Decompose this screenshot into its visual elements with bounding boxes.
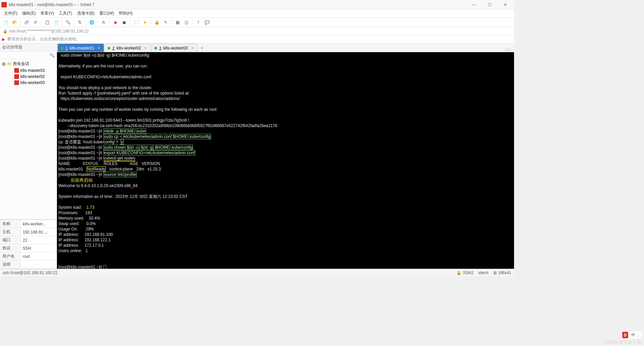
search-icon[interactable]: 🔍	[64, 19, 72, 26]
term-line: --discovery-token-ca-cert-hash sha256:bc…	[58, 123, 277, 128]
reconnect-icon[interactable]: ↺	[32, 19, 39, 26]
tab-label: k8s-worker02	[117, 46, 141, 50]
tab-next-icon[interactable]: ▷	[509, 47, 512, 52]
tab-add-button[interactable]: +	[198, 44, 206, 52]
chat-icon[interactable]: 💬	[203, 19, 211, 26]
term-cmd: sudo chown $(id -u):$(id -g) $HOME/.kube…	[103, 145, 193, 150]
minimize-button[interactable]: —	[467, 0, 481, 9]
term-line: https://kubernetes.io/docs/concepts/clus…	[58, 96, 180, 101]
prop-val	[21, 261, 57, 269]
favorite-icon[interactable]: ★	[141, 19, 149, 26]
menu-tools[interactable]: 工具(T)	[57, 10, 74, 17]
status-bar: ssh://root@192.168.91.100:22 🔒SSH2 xterm…	[0, 269, 514, 276]
ssh-lock-icon: 🔒	[3, 29, 8, 34]
tree-session-item[interactable]: k8s-master01	[1, 67, 56, 74]
paste-icon[interactable]: 📄	[52, 19, 60, 26]
tree-root[interactable]: ⊟ 📁 所有会话	[1, 60, 56, 67]
menu-edit[interactable]: 编辑(E)	[20, 10, 38, 17]
new-session-icon[interactable]: 📄	[2, 19, 10, 26]
window-titlebar: k8s-master01 - root@k8s-master01:~ - Xsh…	[0, 0, 514, 9]
tab-session[interactable]: 1 k8s-master01 ×	[58, 44, 104, 52]
toolbar-sep	[74, 19, 74, 25]
prop-key: 端口	[0, 236, 21, 244]
sidebar: 会话管理器 🔍 ⊟ 📁 所有会话 k8s-master01 k8s-worker…	[0, 43, 57, 269]
tab-label: k8s-worker03	[163, 46, 188, 50]
tree-session-item[interactable]: k8s-worker02	[1, 74, 56, 80]
tab-label: k8s-master01	[70, 46, 94, 50]
toolbar-sep	[86, 19, 86, 25]
prop-row: 主机192.168.91....	[0, 228, 57, 236]
terminal[interactable]: sudo chown $(id -u):$(id -g) $HOME/.kube…	[57, 52, 514, 269]
status-dot-icon	[108, 47, 110, 49]
window-title: k8s-master01 - root@k8s-master01:~ - Xsh…	[9, 2, 467, 7]
menu-file[interactable]: 文件(F)	[2, 10, 19, 17]
term-line: NAME STATUS ROLES AGE VERSION	[58, 161, 160, 166]
status-dot-icon	[154, 47, 157, 49]
term-line: You should now deploy a pod network to t…	[58, 85, 152, 90]
menu-tabs[interactable]: 选项卡(B)	[75, 10, 97, 17]
prop-val: k8s-worker...	[21, 220, 57, 228]
tab-close-icon[interactable]: ×	[145, 45, 147, 50]
toolbar: 📄 📂 🔗 ↺ 📋 📄 🔍 ⇅ 🌐 A ◉ ◼ ⛶ ★ 🔒 ✎ ▦ ◫ ? 💬	[0, 18, 514, 27]
prop-val: 192.168.91....	[21, 228, 57, 236]
tab-close-icon[interactable]: ×	[98, 45, 100, 50]
stop-icon[interactable]: ◼	[120, 19, 128, 26]
lock-icon[interactable]: 🔒	[153, 19, 160, 26]
sidebar-search[interactable]: 🔍	[0, 52, 57, 59]
prop-key: 用户名	[0, 252, 21, 261]
globe-icon[interactable]: 🌐	[88, 19, 95, 26]
font-icon[interactable]: A	[100, 19, 107, 26]
split-icon[interactable]: ◫	[183, 19, 190, 26]
toolbar-sep	[20, 19, 21, 25]
term-line: sudo chown $(id -u):$(id -g) $HOME/.kube…	[58, 53, 149, 58]
folder-icon: 📁	[7, 62, 12, 66]
term-prompt: [root@k8s-master01 ~]#	[58, 150, 103, 155]
term-node-rest: control-plane 29m v1.25.3	[106, 167, 161, 171]
term-line: IP address: 172.17.0.1	[58, 243, 104, 248]
collapse-icon: ⊟	[2, 62, 5, 66]
highlight-icon[interactable]: ✎	[162, 19, 169, 26]
copy-icon[interactable]: 📋	[43, 19, 51, 26]
layout-icon[interactable]: ▦	[174, 19, 181, 26]
address-bar[interactable]: 🔒 ssh://root:***************@192.168.91.…	[0, 27, 514, 35]
toolbar-sep	[151, 19, 151, 25]
status-left: ssh://root@192.168.91.100:22	[3, 270, 456, 275]
session-tabs: 1 k8s-master01 × 2 k8s-worker02 × 3 k8s-…	[57, 43, 514, 52]
menubar: 文件(F) 编辑(E) 查看(V) 工具(T) 选项卡(B) 窗口(W) 帮助(…	[0, 9, 514, 18]
prop-key: 协议	[0, 244, 21, 252]
prop-row: 名称k8s-worker...	[0, 220, 57, 228]
maximize-button[interactable]: ☐	[482, 0, 497, 9]
content-area: 1 k8s-master01 × 2 k8s-worker02 × 3 k8s-…	[57, 43, 514, 269]
record-icon[interactable]: ◉	[112, 19, 119, 26]
term-line: Swap used: 0.0%	[58, 221, 96, 226]
toolbar-sep	[97, 19, 98, 25]
tab-session[interactable]: 3 k8s-worker03 ×	[151, 44, 197, 52]
fullscreen-icon[interactable]: ⛶	[132, 19, 140, 26]
toolbar-sep	[192, 19, 192, 25]
close-button[interactable]: ✕	[498, 0, 513, 9]
menu-help[interactable]: 帮助(H)	[117, 10, 135, 17]
tab-close-icon[interactable]: ×	[191, 45, 194, 50]
prop-key: 名称	[0, 220, 21, 228]
term-input: y	[120, 139, 124, 145]
status-ssh: 🔒SSH2	[456, 270, 473, 275]
term-line: Memory used: 30.4%	[58, 216, 100, 221]
help-icon[interactable]: ?	[194, 19, 202, 26]
term-label: System load:	[58, 205, 87, 210]
prop-val: 22	[21, 236, 57, 244]
tree-session-item[interactable]: k8s-worker03	[1, 80, 56, 86]
link-icon[interactable]: 🔗	[23, 19, 30, 26]
toolbar-sep	[130, 19, 130, 25]
session-label: k8s-worker03	[20, 80, 45, 85]
prop-key: 主机	[0, 228, 21, 236]
open-icon[interactable]: 📂	[11, 19, 18, 26]
tab-session[interactable]: 2 k8s-worker02 ×	[105, 44, 151, 52]
term-line: Usage On: 29%	[58, 227, 94, 231]
term-line: kubeadm join 192.168.91.100:6443 --token…	[58, 118, 189, 123]
session-tree: ⊟ 📁 所有会话 k8s-master01 k8s-worker02 k8s-w…	[0, 59, 57, 219]
menu-window[interactable]: 窗口(W)	[97, 10, 116, 17]
tab-prev-icon[interactable]: ◁	[505, 47, 508, 52]
address-text: ssh://root:***************@192.168.91.10…	[9, 29, 89, 34]
transfer-icon[interactable]: ⇅	[76, 19, 83, 26]
menu-view[interactable]: 查看(V)	[38, 10, 56, 17]
